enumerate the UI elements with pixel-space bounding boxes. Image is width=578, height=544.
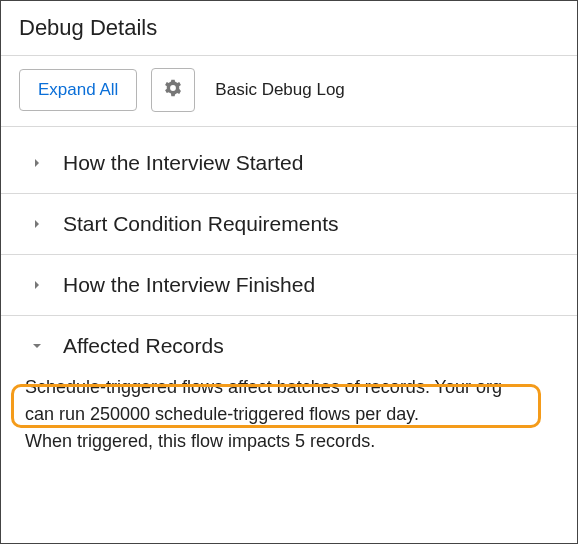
- accordion-sections: How the Interview Started Start Conditio…: [1, 127, 577, 459]
- expand-all-button[interactable]: Expand All: [19, 69, 137, 111]
- affected-records-content: Schedule-triggered flows affect batches …: [1, 366, 577, 459]
- panel-title: Debug Details: [1, 1, 577, 56]
- content-line: can run 250000 schedule-triggered flows …: [25, 401, 553, 428]
- section-start-condition[interactable]: Start Condition Requirements: [1, 194, 577, 255]
- settings-button[interactable]: [151, 68, 195, 112]
- section-title: How the Interview Started: [63, 151, 303, 175]
- section-how-finished[interactable]: How the Interview Finished: [1, 255, 577, 316]
- content-line: When triggered, this flow impacts 5 reco…: [25, 428, 553, 455]
- debug-details-panel: Debug Details Expand All Basic Debug Log…: [0, 0, 578, 544]
- section-how-started[interactable]: How the Interview Started: [1, 133, 577, 194]
- content-line: Schedule-triggered flows affect batches …: [25, 374, 553, 401]
- chevron-down-icon: [29, 338, 47, 354]
- chevron-right-icon: [29, 155, 47, 171]
- expand-all-label: Expand All: [38, 80, 118, 100]
- section-affected-records[interactable]: Affected Records: [1, 316, 577, 366]
- debug-log-label: Basic Debug Log: [215, 80, 344, 100]
- toolbar: Expand All Basic Debug Log: [1, 56, 577, 127]
- chevron-right-icon: [29, 216, 47, 232]
- section-title: Start Condition Requirements: [63, 212, 338, 236]
- gear-icon: [163, 78, 183, 103]
- section-title: Affected Records: [63, 334, 224, 358]
- section-title: How the Interview Finished: [63, 273, 315, 297]
- chevron-right-icon: [29, 277, 47, 293]
